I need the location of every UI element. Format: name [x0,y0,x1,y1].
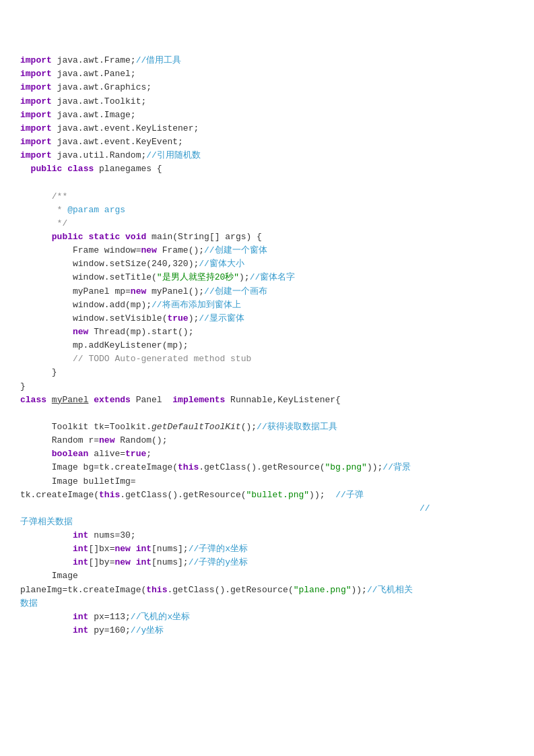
code-text: window.setSize(240,320); [73,259,199,269]
comment-10: //背景 [382,462,411,472]
code-text: Image [52,571,78,581]
keyword-new-5: new [114,544,130,554]
code-indent [20,272,73,282]
string-bullet: "bullet.png" [246,490,309,500]
code-indent [20,625,73,635]
comment-2: //引用随机数 [146,150,201,160]
code-indent [20,612,73,622]
comment-16: 数据 [20,598,38,608]
code-text: []by= [88,557,114,567]
code-indent [20,164,31,174]
method-getdefault: getDefaultToolKit [152,422,241,432]
code-indent [20,449,52,459]
comment-7: //将画布添加到窗体上 [152,300,241,310]
comment-4: //窗体大小 [199,259,244,269]
code-indent [20,544,73,554]
keyword-static: static [88,232,120,242]
comment-14: //子弹的y坐标 [189,557,248,567]
code-text: planegames { [94,164,162,174]
code-indent [20,422,52,432]
code-indent [20,476,52,486]
code-text: .getClass().getResource( [199,462,325,472]
comment-block-param-text: @param args [67,205,125,215]
code-text: (); [241,422,257,432]
code-text: Runnable,KeyListener{ [225,395,341,405]
code-text: Thread(mp).start(); [88,327,193,337]
code-indent [20,286,73,296]
code-text: java.awt.event.KeyListener; [52,123,199,133]
keyword-new-1: new [141,245,156,255]
code-indent [20,259,73,269]
keyword-boolean: boolean [52,449,89,459]
code-text: ); [189,313,199,323]
keyword-import-3: import [20,82,52,92]
code-indent [20,340,73,350]
code-text: .getClass().getResource( [167,585,293,595]
code-text: java.util.Random; [52,150,146,160]
code-text: [nums]; [152,557,189,567]
keyword-public-2: public [52,232,84,242]
code-text: Random r= [52,435,99,445]
code-text: window.setVisible( [73,313,167,323]
code-text: java.awt.Toolkit; [52,96,146,106]
comment-8: //显示窗体 [199,313,244,323]
code-text: Random(); [114,435,167,445]
keyword-true: true [167,313,188,323]
code-text: Image bulletImg= [52,476,136,486]
comment-5: //窗体名字 [250,272,296,282]
comment-block-start: /** [52,191,67,201]
code-indent [20,571,52,581]
code-text: [nums]; [152,544,189,554]
comment-1: //借用工具 [136,55,182,65]
code-indent [20,191,52,201]
code-text: java.awt.event.KeyEvent; [52,137,183,147]
code-text: java.awt.Image; [52,110,136,120]
keyword-void: void [125,232,146,242]
string-plane: "plane.png" [294,585,352,595]
code-text: Toolkit tk=Toolkit. [52,422,152,432]
keyword-int-4: int [73,557,88,567]
code-indent [20,354,73,364]
code-indent [20,435,52,445]
keyword-import-8: import [20,150,52,160]
code-text: )); [352,585,367,595]
code-text [131,557,136,567]
keyword-new-4: new [99,435,114,445]
code-text: px=113; [88,612,130,622]
keyword-int-6: int [73,612,88,622]
keyword-int-5: int [136,557,152,567]
keyword-new-2: new [131,286,146,296]
keyword-import-4: import [20,96,52,106]
keyword-public-1: public [31,164,63,174]
code-text: java.awt.Panel; [52,69,136,79]
code-indent [20,218,57,228]
keyword-this-2: this [99,490,120,500]
comment-block-end: */ [57,218,68,228]
code-text: myPanel(); [146,286,204,296]
code-text [120,232,125,242]
code-text: mp.addKeyListener(mp); [73,340,189,350]
code-text: alive= [88,449,125,459]
keyword-int-2: int [73,544,88,554]
code-text: planeImg=tk.createImage( [20,585,146,595]
string-title: "是男人就坚持20秒" [157,272,239,282]
keyword-import-7: import [20,137,52,147]
keyword-class-1: class [67,164,94,174]
comment-11b: // [420,503,430,513]
code-text: Frame window= [73,245,141,255]
code-text [131,544,136,554]
keyword-import-2: import [20,69,52,79]
code-text: main(String[] args) { [146,232,262,242]
comment-12: 子弹相关数据 [20,517,73,527]
comment-15: //飞机相关 [367,585,413,595]
comment-13: //子弹的x坐标 [189,544,248,554]
comment-3: //创建一个窗体 [204,245,267,255]
code-text: ); [239,272,250,282]
code-indent [20,300,73,310]
comment-17: //飞机的x坐标 [131,612,190,622]
keyword-true-2: true [125,449,146,459]
keyword-this-1: this [178,462,199,472]
code-indent [20,557,73,567]
code-indent [20,367,52,377]
code-text: java.awt.Graphics; [52,82,152,92]
